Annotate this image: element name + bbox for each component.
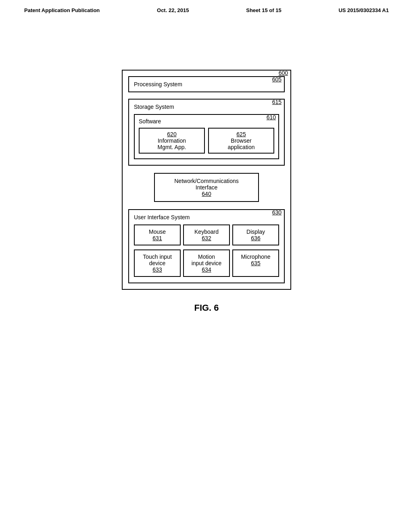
ref-610: 610: [267, 114, 276, 121]
fig-label: FIG. 6: [194, 303, 219, 313]
app-row: 620 InformationMgmt. App. 625 Browserapp…: [139, 128, 274, 154]
software-box: 610 Software 620 InformationMgmt. App. 6…: [134, 114, 279, 159]
ref-605: 605: [272, 76, 282, 83]
microphone-box: Microphone 635: [232, 249, 279, 277]
ref-600: 600: [279, 70, 288, 76]
mouse-box: Mouse 631: [134, 224, 181, 245]
ref-631: 631: [152, 235, 162, 241]
keyboard-box: Keyboard 632: [183, 224, 230, 245]
browser-app-box: 625 Browserapplication: [208, 128, 274, 154]
mouse-label: Mouse: [137, 229, 177, 235]
ref-625: 625: [236, 131, 246, 137]
processing-label: Processing System: [134, 81, 182, 87]
ref-634: 634: [202, 266, 211, 273]
microphone-label: Microphone: [236, 254, 276, 260]
outer-box-600: 600 Processing System 605 615 Storage Sy…: [122, 70, 291, 290]
info-mgmt-box: 620 InformationMgmt. App.: [139, 128, 205, 154]
info-mgmt-label: InformationMgmt. App.: [144, 137, 200, 150]
ui-label: User Interface System: [134, 214, 190, 220]
ui-system-box: 630 User Interface System Mouse 631 Keyb…: [128, 209, 285, 283]
ref-635: 635: [251, 260, 260, 266]
storage-system-box: 615 Storage System 610 Software 620 Info…: [128, 99, 285, 166]
browser-app-label: Browserapplication: [213, 137, 269, 150]
display-box: Display 636: [232, 224, 279, 245]
date-label: Oct. 22, 2015: [157, 7, 189, 13]
motion-label: Motioninput device: [186, 254, 227, 266]
storage-label: Storage System: [134, 104, 174, 110]
keyboard-label: Keyboard: [186, 229, 227, 235]
patent-label: US 2015/0302334 A1: [338, 7, 389, 13]
ref-640: 640: [202, 191, 211, 197]
device-row-2: Touch inputdevice 633 Motioninput device…: [134, 249, 279, 277]
page-header: Patent Application Publication Oct. 22, …: [0, 0, 413, 13]
ref-636: 636: [251, 235, 260, 241]
network-box: Network/CommunicationsInterface 640: [154, 173, 259, 202]
ref-632: 632: [202, 235, 211, 241]
ref-615: 615: [272, 99, 282, 105]
motion-input-box: Motioninput device 634: [183, 249, 230, 277]
device-row-1: Mouse 631 Keyboard 632 Display 636: [134, 224, 279, 245]
publication-label: Patent Application Publication: [24, 7, 100, 13]
network-label: Network/CommunicationsInterface: [161, 178, 252, 191]
touch-input-box: Touch inputdevice 633: [134, 249, 181, 277]
touch-label: Touch inputdevice: [137, 254, 177, 266]
software-label: Software: [139, 118, 161, 125]
processing-system-box: Processing System 605: [128, 76, 285, 92]
ref-633: 633: [152, 266, 162, 273]
sheet-label: Sheet 15 of 15: [246, 7, 281, 13]
ref-620: 620: [167, 131, 176, 137]
ref-630: 630: [272, 209, 282, 216]
display-label: Display: [236, 229, 276, 235]
diagram-area: 600 Processing System 605 615 Storage Sy…: [0, 70, 413, 313]
